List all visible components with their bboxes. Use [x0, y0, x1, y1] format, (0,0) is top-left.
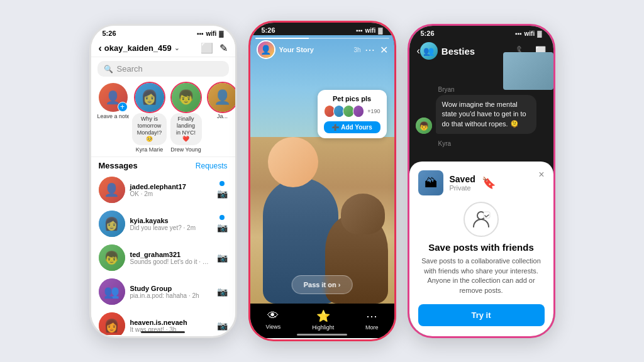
try-it-button[interactable]: Try it	[418, 304, 545, 326]
message-row-3[interactable]: 👦 ted_graham321 Sounds good! Let's do it…	[91, 241, 235, 275]
signal-icon-3: ▪▪▪	[515, 30, 522, 37]
message-row-4[interactable]: 👥 Study Group pia.in.a.pod: hahaha · 2h …	[91, 275, 235, 309]
highlight-button[interactable]: ⭐ Highlight	[312, 309, 334, 331]
edit-header-icon[interactable]: ✎	[219, 42, 228, 54]
save-friends-icon	[464, 202, 499, 237]
dropdown-icon[interactable]: ⌄	[174, 45, 179, 52]
msg-name-2: kyia.kayaks	[130, 217, 212, 224]
views-button[interactable]: 👁 Views	[265, 309, 280, 331]
kyra-label: Kyra Marie	[136, 146, 164, 153]
message-row-2[interactable]: 👩 kyia.kayaks Did you leave yet? · 2m 📷	[91, 207, 235, 241]
phone1-header: ‹ okay_kaiden_459 ⌄ ⬜ ✎	[91, 38, 235, 57]
message-row-1[interactable]: 👤 jaded.elephant17 OK · 2m 📷	[91, 173, 235, 207]
requests-label[interactable]: Requests	[196, 162, 228, 170]
story-leave-note[interactable]: 👤 + Leave a note	[97, 83, 129, 153]
status-bar-3: 5:26 ▪▪▪ wifi ▓	[409, 26, 553, 38]
unread-dot-1	[219, 181, 225, 186]
phone1-content: ‹ okay_kaiden_459 ⌄ ⬜ ✎ 🔍 Search	[91, 38, 235, 335]
battery-icon: ▓	[219, 30, 223, 37]
battery-icon-3: ▓	[537, 30, 541, 37]
msg-avatar-2: 👩	[99, 211, 125, 237]
phone3-content: ‹ 👥 Besties 📞 ⬜ Bryan 👦	[409, 38, 553, 335]
phone2-content: 👤 Your Story 3h ⋯ ✕ Pet pics pls +190	[250, 35, 394, 338]
msg-info-4: Study Group pia.in.a.pod: hahaha · 2h	[130, 285, 212, 299]
sheet-icon-area	[418, 202, 545, 237]
sheet-description: Save posts to a collaborative collection…	[418, 256, 545, 295]
story-drew[interactable]: 👦 Finally landing in NYC! ❤️ Drew Young	[170, 83, 202, 153]
pass-it-on-button[interactable]: Pass it on ›	[292, 275, 353, 294]
msg-info-1: jaded.elephant17 OK · 2m	[130, 183, 212, 197]
bookmark-icon: 🔖	[482, 176, 496, 190]
story-header: 👤 Your Story 3h ⋯ ✕	[250, 35, 394, 64]
search-icon: 🔍	[104, 65, 113, 74]
msg-name-1: jaded.elephant17	[130, 183, 212, 190]
unread-dot-2	[219, 215, 225, 220]
pet-pics-card: Pet pics pls +190 ➕ Add Yours	[318, 90, 387, 138]
story-more-icon[interactable]: ⋯	[365, 44, 375, 56]
phone-3: 5:26 ▪▪▪ wifi ▓ ‹ 👥 Besties 📞 ⬜	[408, 24, 555, 338]
story-bottom-bar: 👁 Views ⭐ Highlight ⋯ More	[250, 304, 394, 338]
story-extra[interactable]: 👤 Ja...	[207, 83, 235, 153]
wifi-icon: wifi	[206, 30, 217, 37]
back-arrow[interactable]: ‹	[99, 43, 102, 54]
views-label: Views	[265, 324, 280, 330]
msg-name-5: heaven.is.nevaeh	[130, 319, 212, 326]
drew-label: Drew Young	[170, 146, 201, 153]
signal-icon-2: ▪▪▪	[356, 27, 363, 34]
msg-right-5: 📷	[217, 321, 228, 331]
msg-info-2: kyia.kayaks Did you leave yet? · 2m	[130, 217, 212, 231]
phones-container: 5:26 ▪▪▪ wifi ▓ ‹ okay_kaiden_459 ⌄ ⬜ ✎	[77, 8, 568, 354]
time-1: 5:26	[103, 30, 116, 37]
collection-image: 🏔	[418, 170, 443, 195]
msg-preview-3: Sounds good! Let's do it · 45m	[130, 258, 212, 265]
camera-header-icon[interactable]: ⬜	[201, 42, 213, 54]
chat-header-image	[503, 52, 553, 90]
person-head	[268, 137, 318, 187]
phone-2: 5:26 ▪▪▪ wifi ▓	[248, 21, 396, 341]
msg-right-3: 📷	[217, 253, 228, 263]
username-label[interactable]: okay_kaiden_459	[104, 43, 172, 53]
add-yours-button[interactable]: ➕ Add Yours	[324, 121, 380, 133]
camera-icon-4: 📷	[217, 287, 228, 297]
search-bar[interactable]: 🔍 Search	[97, 61, 229, 77]
msg-name-4: Study Group	[130, 285, 212, 292]
pet-count: +190	[367, 108, 380, 114]
time-2: 5:26	[262, 26, 275, 34]
sheet-close-button[interactable]: ×	[538, 169, 544, 180]
views-icon: 👁	[267, 309, 279, 322]
leave-note-label: Leave a note	[97, 113, 129, 119]
camera-icon-5: 📷	[217, 321, 228, 331]
more-button[interactable]: ⋯ More	[365, 309, 379, 331]
sheet-collection-title: Saved	[450, 174, 475, 184]
pass-it-on-label: Pass it on ›	[304, 281, 341, 288]
msg-right-4: 📷	[217, 287, 228, 297]
msg-avatar-5: 👩	[99, 312, 125, 335]
saved-bottom-sheet: 🏔 Saved Private 🔖 ×	[409, 162, 553, 335]
story-user-avatar: 👤	[257, 40, 275, 59]
wifi-icon-2: wifi	[365, 27, 376, 34]
msg-right-1: 📷	[217, 181, 228, 199]
status-icons-3: ▪▪▪ wifi ▓	[515, 30, 542, 37]
pet-pics-avatars: +190	[324, 105, 380, 118]
extra-label: Ja...	[217, 113, 228, 119]
msg-preview-4: pia.in.a.pod: hahaha · 2h	[130, 292, 212, 299]
drew-bubble: Finally landing in NYC! ❤️	[170, 113, 202, 145]
wifi-icon-3: wifi	[525, 30, 535, 37]
story-close-icon[interactable]: ✕	[380, 44, 388, 56]
status-bar-2: 5:26 ▪▪▪ wifi ▓	[250, 23, 394, 35]
chat-messages: Bryan 👦 Wow imagine the mental state you…	[409, 62, 553, 155]
signal-icon: ▪▪▪	[197, 30, 204, 37]
msg-avatar-1: 👤	[99, 177, 125, 203]
phone1-header-left: ‹ okay_kaiden_459 ⌄	[99, 43, 179, 54]
msg-info-3: ted_graham321 Sounds good! Let's do it ·…	[130, 251, 212, 265]
kyra-bubble: Why is tomorrow Monday!? 🥺	[132, 113, 167, 145]
msg-preview-1: OK · 2m	[130, 190, 212, 197]
story-time: 3h	[353, 47, 360, 53]
besties-avatar: 👥	[420, 42, 438, 60]
status-icons-1: ▪▪▪ wifi ▓	[197, 30, 224, 37]
msg-avatar-4: 👥	[99, 278, 125, 305]
msg-avatar-3: 👦	[99, 244, 125, 271]
camera-icon-3: 📷	[217, 253, 228, 263]
story-kyra[interactable]: 👩 Why is tomorrow Monday!? 🥺 Kyra Marie	[134, 83, 165, 153]
messages-section-header: Messages Requests	[91, 157, 235, 173]
